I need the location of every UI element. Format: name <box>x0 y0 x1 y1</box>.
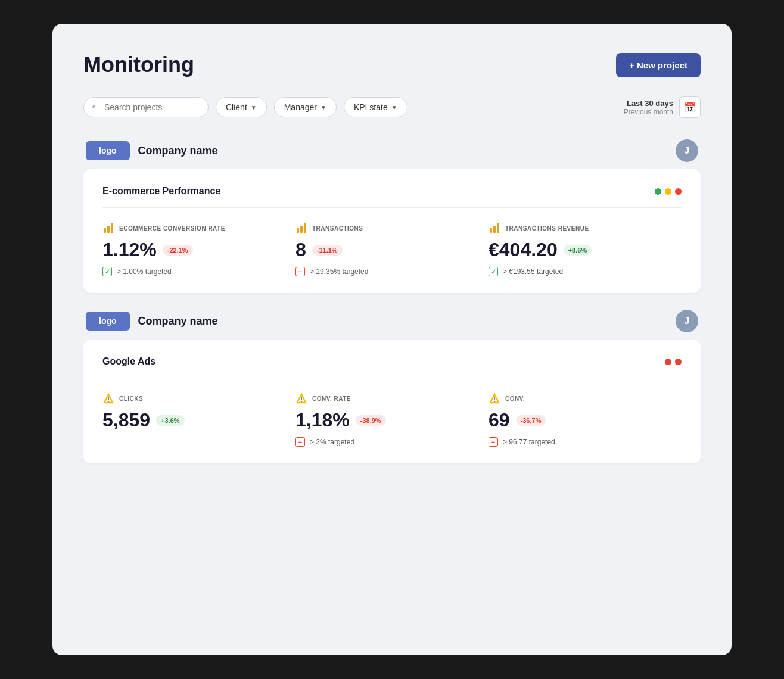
target-text: > 1.00% targeted <box>117 267 172 276</box>
kpi-item: TRANSACTIONS REVENUE€404.20+8.6%✓> €193.… <box>489 222 682 276</box>
chevron-down-icon: ▼ <box>251 104 257 111</box>
avatar: J <box>676 139 698 162</box>
search-icon: ⚬ <box>91 102 98 112</box>
kpi-label-row: CONV. <box>489 393 672 404</box>
target-text: > 96.77 targeted <box>503 438 555 446</box>
chevron-down-icon: ▼ <box>391 104 397 111</box>
kpi-item: CONV. RATE1,18%-38.9%−> 2% targeted <box>295 393 489 447</box>
google-ads-icon <box>103 393 114 404</box>
target-text: > €193.55 targeted <box>503 267 563 276</box>
bar-chart-icon <box>490 223 499 233</box>
kpi-badge: -11.1% <box>312 245 343 256</box>
kpi-badge: -36.7% <box>516 415 546 426</box>
manager-filter-button[interactable]: Manager ▼ <box>274 97 337 117</box>
kpi-item: TRANSACTIONS8-11.1%−> 19.35% targeted <box>295 222 489 276</box>
date-prev: Previous month <box>624 108 673 116</box>
kpi-value: 8 <box>295 239 306 261</box>
svg-point-2 <box>108 401 109 402</box>
company-header-left: logoCompany name <box>86 141 218 160</box>
project-card-header: Google Ads <box>102 356 682 378</box>
company-header-left: logoCompany name <box>86 312 218 331</box>
kpi-label: TRANSACTIONS REVENUE <box>505 225 589 232</box>
kpi-icon <box>295 222 307 234</box>
target-row: ✓> 1.00% targeted <box>102 267 286 276</box>
company-logo: logo <box>86 312 130 331</box>
kpi-icon <box>295 393 307 404</box>
project-card: Google Ads CLICKS5,859+3.6% CONV. RATE1,… <box>83 340 701 463</box>
kpi-label-row: CLICKS <box>102 393 286 404</box>
status-dot-red <box>675 188 682 195</box>
kpi-value-row: 69-36.7% <box>489 409 672 431</box>
app-container: Monitoring + New project ⚬ Client ▼ Mana… <box>52 24 732 655</box>
kpi-value: 5,859 <box>102 409 150 431</box>
status-dots <box>655 188 682 195</box>
kpi-value-row: 1.12%-22.1% <box>102 239 286 261</box>
search-input[interactable] <box>83 97 209 117</box>
kpi-label: TRANSACTIONS <box>312 225 363 232</box>
kpi-icon <box>489 222 500 234</box>
target-icon: − <box>295 437 305 447</box>
new-project-button[interactable]: + New project <box>616 53 701 77</box>
kpi-item: ECOMMERCE CONVERSION RATE1.12%-22.1%✓> 1… <box>102 222 295 276</box>
filters-row: ⚬ Client ▼ Manager ▼ KPI state ▼ Last 30… <box>83 96 701 118</box>
project-card-header: E-commerce Performance <box>102 186 682 208</box>
date-text: Last 30 days Previous month <box>624 99 673 116</box>
chevron-down-icon: ▼ <box>321 104 326 111</box>
company-name: Company name <box>138 145 218 157</box>
kpi-label: CLICKS <box>119 395 143 402</box>
kpi-value: 1.12% <box>102 239 157 261</box>
target-icon: − <box>295 267 305 276</box>
kpi-state-filter-label: KPI state <box>354 102 388 112</box>
target-row: ✓> €193.55 targeted <box>489 267 672 276</box>
manager-filter-label: Manager <box>284 102 317 112</box>
kpi-label-row: TRANSACTIONS REVENUE <box>489 222 672 234</box>
kpi-item: CLICKS5,859+3.6% <box>102 393 295 447</box>
calendar-icon[interactable]: 📅 <box>679 96 701 118</box>
kpi-badge: -38.9% <box>356 415 386 426</box>
header: Monitoring + New project <box>83 52 701 77</box>
kpi-item: CONV.69-36.7%−> 96.77 targeted <box>489 393 682 447</box>
kpi-row: CLICKS5,859+3.6% CONV. RATE1,18%-38.9%−>… <box>102 393 682 447</box>
date-range: Last 30 days Previous month 📅 <box>624 96 701 118</box>
kpi-label: CONV. RATE <box>312 395 351 402</box>
kpi-badge: +8.6% <box>564 245 592 256</box>
kpi-icon <box>102 222 114 234</box>
kpi-value-row: €404.20+8.6% <box>489 239 672 261</box>
target-icon: ✓ <box>102 267 112 276</box>
kpi-value-row: 1,18%-38.9% <box>295 409 479 431</box>
project-card: E-commerce Performance ECOMMERCE CONVERS… <box>83 169 701 293</box>
status-dots <box>665 359 682 365</box>
target-row: −> 19.35% targeted <box>295 267 479 276</box>
google-ads-icon <box>296 393 307 404</box>
google-ads-icon <box>489 393 500 404</box>
company-logo: logo <box>86 141 130 160</box>
companies-container: logoCompany nameJE-commerce Performance … <box>83 139 701 463</box>
bar-chart-icon <box>104 223 113 233</box>
kpi-value: €404.20 <box>489 239 558 261</box>
date-last: Last 30 days <box>624 99 673 108</box>
company-header: logoCompany nameJ <box>83 139 701 162</box>
company-section: logoCompany nameJE-commerce Performance … <box>83 139 701 293</box>
kpi-value: 69 <box>489 409 510 431</box>
kpi-row: ECOMMERCE CONVERSION RATE1.12%-22.1%✓> 1… <box>102 222 682 276</box>
kpi-badge: -22.1% <box>163 245 193 256</box>
target-icon: − <box>489 437 498 447</box>
company-header: logoCompany nameJ <box>83 310 701 332</box>
target-text: > 2% targeted <box>310 438 354 446</box>
target-icon: ✓ <box>489 267 498 276</box>
kpi-value-row: 5,859+3.6% <box>102 409 286 431</box>
bar-chart-icon <box>297 223 306 233</box>
kpi-icon <box>489 393 500 404</box>
target-row: −> 2% targeted <box>295 437 479 447</box>
company-name: Company name <box>138 315 218 328</box>
status-dot-red <box>665 359 671 365</box>
kpi-label-row: CONV. RATE <box>295 393 479 404</box>
client-filter-button[interactable]: Client ▼ <box>216 97 267 117</box>
target-text: > 19.35% targeted <box>310 267 368 276</box>
project-card-title: Google Ads <box>102 356 155 367</box>
project-card-title: E-commerce Performance <box>102 186 220 197</box>
kpi-value-row: 8-11.1% <box>295 239 479 261</box>
client-filter-label: Client <box>226 102 247 112</box>
status-dot-green <box>655 188 661 195</box>
kpi-state-filter-button[interactable]: KPI state ▼ <box>344 97 407 117</box>
